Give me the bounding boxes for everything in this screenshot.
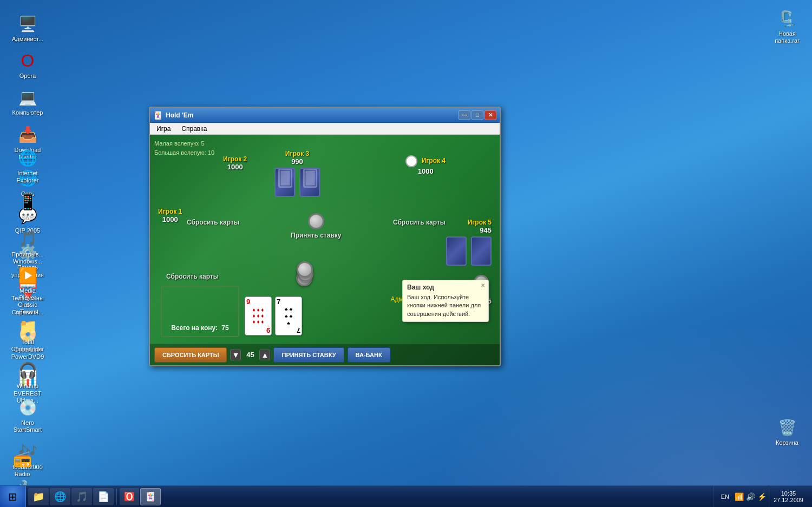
tray-network-icon[interactable]: 📶 xyxy=(735,492,744,501)
taskbar-folder-icon[interactable]: 📁 xyxy=(28,488,49,505)
menu-item-game[interactable]: Игра xyxy=(152,124,175,134)
allin-button[interactable]: ВА-БАНК xyxy=(348,347,390,363)
table-fold-right[interactable]: Сбросить карты xyxy=(393,219,446,226)
player5-info: Игрок 5 945 xyxy=(446,219,492,234)
clock-date: 27.12.2009 xyxy=(774,497,803,503)
dealer-chip xyxy=(405,155,417,167)
desktop-icon-opera[interactable]: O Opera xyxy=(8,48,47,82)
desktop-icon-total-commander[interactable]: 📁 Total Commander xyxy=(8,314,47,355)
menu-item-help[interactable]: Справка xyxy=(177,124,211,134)
system-tray: EN 📶 🔊 ⚡ 10:35 27.12.2009 xyxy=(713,486,812,507)
taskbar-items: 📁 🌐 🎵 📄 🅾️ 🃏 xyxy=(26,486,713,507)
player3-card1 xyxy=(274,168,295,197)
desktop-icon-media-classic[interactable]: ▶️ Media Player Classic xyxy=(8,262,47,311)
player2-info: Игрок 2 1000 xyxy=(223,155,247,171)
taskbar-game-running[interactable]: 🃏 xyxy=(140,488,161,505)
player5-area: Игрок 5 945 xyxy=(446,219,492,266)
blinds-info: Малая вслепую: 5 Большая вслепую: 10 xyxy=(154,139,214,157)
desktop-icon-trash[interactable]: 🗑️ Корзина xyxy=(768,414,807,449)
desktop-icon-sms[interactable]: 📱 SMS xyxy=(8,189,47,223)
pot-chip-area xyxy=(296,265,315,288)
player5-cards xyxy=(446,236,492,266)
desktop-icon-computer[interactable]: 💻 Компьютер xyxy=(8,84,47,118)
player4-info: Игрок 4 1000 xyxy=(405,155,446,175)
taskbar-browser-icon[interactable]: 🌐 xyxy=(50,488,70,505)
game-taskbar-icon: 🃏 xyxy=(145,491,156,502)
desktop-icon-radio[interactable]: 📻 Radio xyxy=(3,446,42,480)
player3-info: Игрок 3 990 xyxy=(274,150,320,166)
player3-card2 xyxy=(299,168,320,197)
call-button[interactable]: ПРИНЯТЬ СТАВКУ xyxy=(273,347,344,363)
taskbar-docs-icon[interactable]: 📄 xyxy=(93,488,114,505)
windows-logo-icon: ⊞ xyxy=(8,490,17,503)
maximize-button[interactable]: □ xyxy=(472,110,483,120)
window-titlebar: 🃏 Hold 'Em — □ ✕ xyxy=(150,108,500,123)
tray-volume-icon[interactable]: 🔊 xyxy=(746,492,755,501)
table-fold-left[interactable]: Сбросить карты xyxy=(187,219,239,226)
language-indicator[interactable]: EN xyxy=(718,493,732,500)
big-blind-label: Большая вслепую: 10 xyxy=(154,148,214,157)
pot-chips xyxy=(296,265,315,286)
tray-battery-icon[interactable]: ⚡ xyxy=(757,492,767,501)
table-fold-bottom-left[interactable]: Сбросить карты xyxy=(166,273,219,280)
tooltip-popup: ✕ Ваш ход Ваш ход. Используйте кнопки ни… xyxy=(402,280,489,322)
admin-card2: 7 ♠ ♠ ♠ ♠ ♠ 7 xyxy=(275,297,302,335)
chip-center xyxy=(308,213,324,229)
fold-button[interactable]: СБРОСИТЬ КАРТЫ xyxy=(154,347,227,363)
taskbar: ⊞ 📁 🌐 🎵 📄 🅾️ 🃏 EN 📶 � xyxy=(0,485,812,507)
admin-cards: 9 ♦ ♦ ♦ ♦ ♦ ♦ ♦ ♦ ♦ 9 7 ♠ ♠ ♠ ♠ ♠ xyxy=(245,297,302,335)
desktop-icon-winamp[interactable]: 🎧 Winamp xyxy=(8,358,47,392)
window-title: 🃏 Hold 'Em xyxy=(153,111,194,120)
close-button[interactable]: ✕ xyxy=(484,110,496,120)
admin-card1: 9 ♦ ♦ ♦ ♦ ♦ ♦ ♦ ♦ ♦ 9 xyxy=(245,297,272,335)
desktop-icon-nero[interactable]: 💿 Nero StartSmart xyxy=(8,394,47,436)
bet-value-display: 45 xyxy=(242,351,258,359)
window-controls: — □ ✕ xyxy=(459,110,496,120)
player3-cards xyxy=(274,168,320,197)
desktop-icon-admin[interactable]: 🖥️ Админист... xyxy=(8,11,47,45)
table-call-area: Принять ставку xyxy=(291,213,341,239)
action-bar: СБРОСИТЬ КАРТЫ ▼ 45 ▲ ПРИНЯТЬ СТАВКУ ВА-… xyxy=(150,344,500,365)
table-call-center[interactable]: Принять ставку xyxy=(291,232,341,239)
player1-info: Игрок 1 1000 xyxy=(158,208,182,223)
clock-time: 10:35 xyxy=(781,490,796,497)
player5-card1 xyxy=(446,236,467,266)
player5-card2 xyxy=(471,236,492,266)
desktop: 🖥️ Админист... O Opera 💻 Компьютер 📥 Dow… xyxy=(0,0,812,507)
taskbar-clock: 10:35 27.12.2009 xyxy=(769,486,808,507)
taskbar-media-icon[interactable]: 🎵 xyxy=(71,488,92,505)
taskbar-opera-running[interactable]: 🅾️ xyxy=(120,488,139,505)
window-title-icon: 🃏 xyxy=(153,111,162,120)
desktop-icon-rar[interactable]: 🗜️ Новая папка.rar xyxy=(768,5,807,47)
desktop-icon-ie[interactable]: 🌐 Internet Explorer xyxy=(8,145,47,186)
tooltip-close-button[interactable]: ✕ xyxy=(479,282,487,289)
poker-table: Малая вслепую: 5 Большая вслепую: 10 Игр… xyxy=(150,135,500,365)
small-blind-label: Малая вслепую: 5 xyxy=(154,139,214,148)
desktop-icons-right: 🗜️ Новая папка.rar 🗑️ Корзина xyxy=(768,5,807,449)
bet-increase-button[interactable]: ▲ xyxy=(259,350,270,360)
opera-taskbar-icon: 🅾️ xyxy=(124,491,135,502)
pot-display: Всего на кону: 75 xyxy=(161,286,239,337)
window-menubar: Игра Справка xyxy=(150,123,500,135)
bet-control: ▼ 45 ▲ xyxy=(230,350,270,360)
pot-label: Всего на кону: 75 xyxy=(171,324,228,332)
player3-area: Игрок 3 990 xyxy=(274,150,320,197)
game-window: 🃏 Hold 'Em — □ ✕ Игра Справка Малая всле… xyxy=(149,107,501,366)
minimize-button[interactable]: — xyxy=(459,110,470,120)
taskbar-separator xyxy=(116,489,117,505)
bet-decrease-button[interactable]: ▼ xyxy=(230,350,241,360)
start-button[interactable]: ⊞ xyxy=(0,486,26,508)
